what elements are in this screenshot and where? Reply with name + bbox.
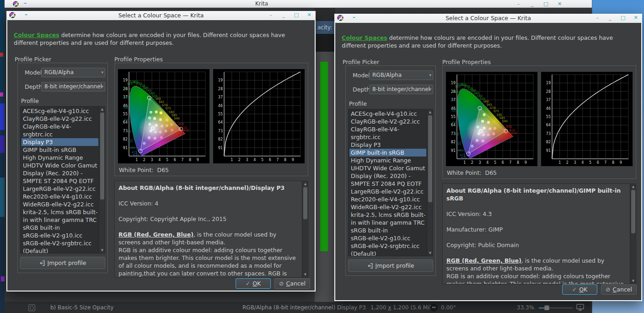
list-item[interactable]: sRGB-elle-V2-g10.icc [349,234,426,242]
list-item[interactable]: ACEScg-elle-V4-g10.icc [349,110,426,118]
svg-text:7: 7 [181,158,183,162]
dialog-close-button[interactable]: ✕ [633,15,639,21]
main-lower-button[interactable]: _ [529,1,535,7]
list-item[interactable]: sRGB-elle-V2-g10.icc [21,232,98,239]
scroll-down-icon[interactable]: ▼ [99,248,105,253]
profile-list-scrollbar[interactable]: ▲ ▼ [99,107,105,253]
list-item[interactable]: GIMP built-in sRGB [21,146,98,154]
list-item[interactable]: ACEScg-elle-V4-g10.icc [21,107,98,115]
colour-spaces-link[interactable]: Colour Spaces [14,32,59,38]
list-item[interactable]: sRGB built-in [21,224,98,232]
svg-text:600: 600 [506,125,512,129]
display-icon[interactable] [576,304,584,311]
colour-spaces-link[interactable]: Colour Spaces [342,34,387,41]
ok-button[interactable]: ✓OK [236,278,271,289]
list-item[interactable]: ClayRGB-elle-V2-g22.icc [349,118,426,125]
profile-list[interactable]: ACEScg-elle-V4-g10.iccClayRGB-elle-V2-g2… [348,109,433,256]
depth-select[interactable]: 8-bit integer/channel ▾ [369,85,433,94]
list-item[interactable]: ClayRGB-elle-V2-g22.icc [21,115,98,123]
chevron-down-icon: ▾ [429,85,431,94]
main-maximize-button[interactable]: □ [543,1,549,7]
profile-picker-label: Profile Picker [15,56,51,63]
list-item[interactable]: LargeRGB-elle-V2-g22.icc [349,188,426,195]
list-item[interactable]: High Dynamic Range UHDTV Wide Color Gamu… [21,154,98,185]
dialog-close-button[interactable]: ✕ [306,12,312,18]
svg-text:9: 9 [525,161,527,165]
list-item[interactable]: krita-2.5, lcms sRGB built-in with linea… [21,208,98,224]
toolbar-dark-fragment [316,34,335,52]
cancel-button[interactable]: ⊘Cancel [601,284,637,295]
svg-text:9: 9 [620,161,622,165]
svg-text:490: 490 [453,133,459,136]
model-select[interactable]: RGB/Alpha ▾ [369,70,433,80]
scroll-down-icon[interactable]: ▼ [427,250,433,256]
zoom-slider-handle[interactable] [544,305,549,310]
profile-label: Profile [21,97,39,104]
list-item[interactable]: Rec2020-elle-V4-g10.icc [21,193,98,200]
dialog-minimize-button[interactable]: – [268,12,274,18]
main-close-button[interactable]: ✕ [557,1,563,7]
list-item[interactable]: High Dynamic Range UHDTV Wide Color Gamu… [349,156,426,188]
scroll-up-icon[interactable]: ▲ [630,184,636,189]
dialog-maximize-button[interactable]: □ [620,15,626,21]
list-item[interactable]: Display P3 [21,138,98,146]
list-item[interactable]: WideRGB-elle-V2-g22.icc [349,203,426,211]
profile-list[interactable]: ACEScg-elle-V4-g10.iccClayRGB-elle-V2-g2… [20,106,105,254]
scroll-up-icon[interactable]: ▲ [302,181,308,187]
dialog-titlebar[interactable]: – Select a Colour Space — Krita – _ □ ✕ [6,11,316,20]
canvas-rotation-icon[interactable]: ↔ [430,304,438,312]
check-icon: ✓ [246,280,250,287]
dialog-maximize-button[interactable]: □ [294,12,299,18]
model-label: Model [25,69,42,76]
profile-list-scrollbar[interactable]: ▲ ▼ [427,109,433,256]
svg-text:485: 485 [128,140,133,143]
statusbar-colorspace[interactable]: RGB/Alpha (8-bit integer/channel) Displa… [242,304,366,311]
statusbar-preset-name: b) Basic-5 Size Opacity [50,304,113,311]
zoom-slider[interactable] [539,308,573,308]
scroll-up-icon[interactable]: ▲ [99,107,105,112]
import-profile-button[interactable]: Import profile [20,257,105,269]
list-item[interactable]: WideRGB-elle-V2-g22.icc [21,200,98,208]
scroll-down-icon[interactable]: ▼ [302,272,308,277]
list-item[interactable]: ClayRGB-elle-V4-srgbtrc.icc [349,125,426,141]
list-item[interactable]: Rec2020-elle-V4-g10.icc [349,195,426,203]
list-item[interactable]: Display P3 [349,141,426,149]
depth-label: Depth [25,83,42,90]
dialog-lower-button[interactable]: _ [281,12,286,18]
main-minimize-button[interactable]: – [515,1,521,7]
scroll-up-icon[interactable]: ▲ [427,109,433,115]
list-item[interactable]: ClayRGB-elle-V4-srgbtrc.icc [21,123,98,138]
svg-text:495: 495 [452,121,457,124]
svg-text:4: 4 [158,158,161,162]
brush-preset-icon[interactable] [28,304,35,311]
scroll-down-icon[interactable]: ▼ [630,278,636,284]
list-item[interactable]: sRGB built-in [349,227,426,234]
svg-text:7: 7 [276,158,279,162]
model-select[interactable]: RGB/Alpha ▾ [41,68,105,77]
ok-button[interactable]: ✓OK [562,284,597,295]
model-label: Model [353,72,370,79]
svg-text:8: 8 [284,158,286,162]
krita-main-titlebar[interactable]: – Krita – _ □ ✕ [5,0,592,8]
list-item[interactable]: sRGB-elle-V2-srgbtrc.icc (Default) [349,242,426,256]
about-profile-box[interactable]: About RGB/Alpha (8-bit integer/channel)/… [114,181,308,278]
svg-text:3: 3 [151,158,153,162]
about-profile-box[interactable]: About RGB/Alpha (8-bit integer/channel)/… [442,183,636,284]
svg-text:9: 9 [197,158,199,162]
svg-text:1: 1 [463,161,466,165]
list-item[interactable]: krita-2.5, lcms sRGB built-in with linea… [349,211,426,227]
profile-properties-label: Profile Properties [442,59,491,65]
dialog-minimize-button[interactable]: – [595,15,600,21]
list-item[interactable]: GIMP built-in sRGB [349,149,426,156]
dialog-titlebar[interactable]: – Select a Colour Space — Krita – _ □ ✕ [334,14,642,23]
about-scrollbar[interactable]: ▲ ▼ [302,181,308,277]
depth-label: Depth [353,86,370,93]
list-item[interactable]: LargeRGB-elle-V2-g22.icc [21,185,98,193]
tone-curve-chart: 192837465564738291123456789 [541,72,633,166]
list-item[interactable]: sRGB-elle-V2-srgbtrc.icc (Default) [21,239,98,254]
about-scrollbar[interactable]: ▲ ▼ [630,184,636,284]
import-profile-button[interactable]: Import profile [348,259,433,272]
depth-select[interactable]: 8-bit integer/channel ▾ [41,82,105,92]
dialog-lower-button[interactable]: _ [607,15,613,21]
cancel-button[interactable]: ⊘Cancel [274,278,310,289]
